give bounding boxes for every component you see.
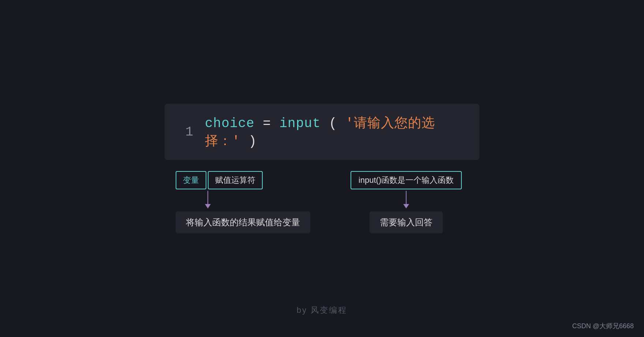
- left-tags-row: 变量 赋值运算符: [176, 171, 263, 189]
- tag-input-func: input()函数是一个输入函数: [351, 171, 462, 189]
- line-number: 1: [182, 125, 193, 140]
- arrow-down-left: [205, 191, 211, 208]
- main-container: 1 choice = input ( '请输入您的选择：' ) 变量 赋值运算符: [157, 104, 487, 233]
- annotations-wrapper: 变量 赋值运算符 将输入函数的结果赋值给变量 input()函数是一个输入函数 …: [165, 171, 479, 233]
- desc-left: 将输入函数的结果赋值给变量: [176, 211, 310, 233]
- code-func-name: input: [279, 116, 321, 131]
- arrow-head-left: [205, 204, 211, 208]
- arrow-right-wrapper: [344, 189, 468, 210]
- arrow-line-right: [406, 191, 407, 204]
- arrow-head-right: [403, 204, 409, 208]
- annotation-right: input()函数是一个输入函数 需要输入回答: [344, 171, 468, 233]
- code-variable: choice: [205, 116, 255, 131]
- annotation-left: 变量 赋值运算符 将输入函数的结果赋值给变量: [176, 171, 315, 233]
- tag-assign: 赋值运算符: [208, 171, 263, 189]
- code-line: choice = input ( '请输入您的选择：' ): [205, 114, 462, 150]
- desc-right: 需要输入回答: [370, 211, 443, 233]
- tag-variable: 变量: [176, 171, 206, 189]
- code-paren-open: (: [329, 116, 337, 131]
- code-block: 1 choice = input ( '请输入您的选择：' ): [165, 104, 479, 160]
- watermark: by 风变编程: [297, 305, 347, 316]
- code-paren-close: ): [248, 134, 257, 149]
- code-equals: =: [263, 116, 279, 131]
- arrow-line-left: [207, 191, 208, 204]
- arrow-down-right: [403, 191, 409, 208]
- csdn-credit: CSDN @大师兄6668: [572, 322, 634, 330]
- arrow-left-wrapper: [176, 189, 211, 210]
